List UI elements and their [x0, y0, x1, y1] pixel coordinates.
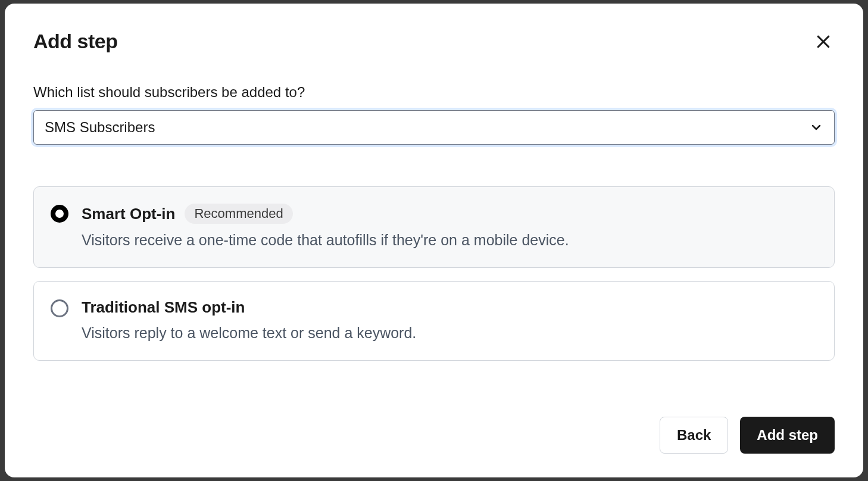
list-select[interactable]: SMS Subscribers	[33, 110, 835, 145]
option-description: Visitors receive a one-time code that au…	[82, 230, 817, 251]
option-title: Traditional SMS opt-in	[82, 298, 245, 317]
list-select-value: SMS Subscribers	[45, 119, 155, 136]
modal-footer: Back Add step	[33, 393, 835, 454]
option-title-row: Smart Opt-in Recommended	[82, 204, 817, 224]
radio-smart-opt-in[interactable]	[51, 205, 68, 223]
option-title-row: Traditional SMS opt-in	[82, 298, 817, 317]
list-select-wrapper: SMS Subscribers	[33, 110, 835, 145]
option-description: Visitors reply to a welcome text or send…	[82, 323, 817, 343]
modal-title: Add step	[33, 30, 117, 53]
add-step-button[interactable]: Add step	[740, 417, 835, 454]
modal-header: Add step	[33, 30, 835, 53]
back-button[interactable]: Back	[660, 417, 728, 454]
option-traditional-sms[interactable]: Traditional SMS opt-in Visitors reply to…	[33, 281, 835, 361]
close-icon	[814, 33, 832, 51]
chevron-down-icon	[809, 120, 823, 135]
recommended-badge: Recommended	[185, 204, 292, 224]
option-title: Smart Opt-in	[82, 205, 175, 223]
option-smart-opt-in[interactable]: Smart Opt-in Recommended Visitors receiv…	[33, 186, 835, 268]
option-content: Traditional SMS opt-in Visitors reply to…	[82, 298, 817, 343]
list-select-label: Which list should subscribers be added t…	[33, 84, 835, 101]
add-step-modal: Add step Which list should subscribers b…	[5, 4, 863, 477]
close-button[interactable]	[812, 30, 835, 53]
radio-traditional-sms[interactable]	[51, 299, 68, 317]
option-content: Smart Opt-in Recommended Visitors receiv…	[82, 204, 817, 251]
